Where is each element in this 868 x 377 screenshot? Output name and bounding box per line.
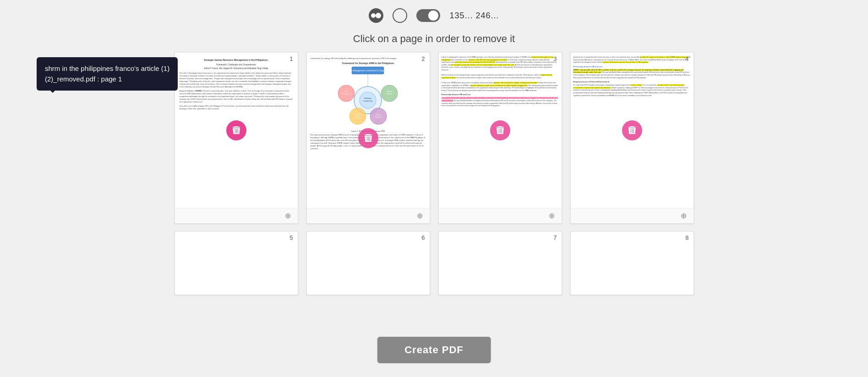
- page-2-footer: ⊕: [307, 208, 430, 223]
- svg-text:Top Management commitment & Su: Top Management commitment & Support: [349, 70, 387, 72]
- svg-text:Leadership: Leadership: [363, 100, 373, 102]
- diagram-svg: Top Management commitment & Support Stra…: [333, 66, 404, 130]
- svg-text:HR: HR: [345, 91, 348, 92]
- toggle-switch[interactable]: [416, 9, 440, 22]
- radio-button-2[interactable]: [393, 8, 407, 23]
- page-1[interactable]: 1 Strategic Human Resource Management in…: [175, 52, 298, 224]
- svg-text:Human: Human: [376, 114, 381, 116]
- page-7[interactable]: 7: [438, 231, 562, 295]
- svg-text:Competence: Competence: [342, 93, 351, 95]
- page-4-number: 4: [685, 55, 688, 62]
- svg-text:Strategic: Strategic: [364, 97, 371, 99]
- trash-icon: [231, 125, 242, 136]
- page-4-thumbnail: 4 pay lip service to saying that their h…: [571, 53, 693, 208]
- toolbar: 135... 246...: [0, 0, 868, 27]
- page-1-zoom[interactable]: ⊕: [285, 211, 294, 221]
- page-3-number: 3: [553, 55, 557, 62]
- toolbar-numbers: 135... 246...: [449, 11, 499, 21]
- page-2[interactable]: 2 a framework for strategic HR and ident…: [306, 52, 430, 224]
- pages-row-1: 1 Strategic Human Resource Management in…: [175, 52, 694, 224]
- trash-icon-2: [363, 133, 374, 144]
- page-6[interactable]: 6: [306, 231, 430, 295]
- page-3-thumbnail: 3 Indeed, in analyzing the experience of…: [439, 53, 562, 208]
- page-1-content: Strategic Human Resource Management in t…: [175, 53, 298, 116]
- page-4-content: pay lip service to saying that their hum…: [571, 53, 693, 101]
- page-1-footer: ⊕: [175, 208, 298, 223]
- page-4[interactable]: 4 pay lip service to saying that their h…: [570, 52, 694, 224]
- svg-text:Support: Support: [387, 93, 392, 95]
- page-3-content: Indeed, in analyzing the experience of t…: [439, 53, 562, 111]
- svg-text:Resources: Resources: [375, 116, 382, 118]
- page-7-number: 7: [553, 234, 557, 241]
- page-2-zoom[interactable]: ⊕: [417, 211, 426, 221]
- pages-container: 1 Strategic Human Resource Management in…: [0, 52, 868, 302]
- svg-text:Tactical: Tactical: [387, 91, 392, 92]
- page-5[interactable]: 5: [175, 231, 298, 295]
- trash-icon-4: [627, 125, 638, 136]
- page-1-thumbnail: 1 Strategic Human Resource Management in…: [175, 53, 298, 208]
- svg-text:Business: Business: [355, 114, 361, 116]
- trash-icon-3: [495, 125, 506, 136]
- page-8-number: 8: [685, 234, 688, 241]
- page-8[interactable]: 8: [570, 231, 694, 295]
- page-3[interactable]: 3 Indeed, in analyzing the experience of…: [438, 52, 562, 224]
- page-1-delete-btn[interactable]: [226, 120, 246, 140]
- page-2-delete-btn[interactable]: [358, 128, 378, 148]
- page-3-footer: ⊕: [439, 208, 562, 223]
- page-4-zoom[interactable]: ⊕: [681, 211, 690, 221]
- page-3-delete-btn[interactable]: [490, 120, 510, 140]
- page-1-number: 1: [289, 55, 293, 62]
- radio-button-1[interactable]: [369, 8, 383, 23]
- page-4-delete-btn[interactable]: [622, 120, 642, 140]
- svg-text:Partner: Partner: [355, 116, 360, 118]
- page-5-number: 5: [289, 234, 293, 241]
- page-2-thumbnail: 2 a framework for strategic HR and ident…: [307, 53, 430, 208]
- instruction-text: Click on a page in order to remove it: [0, 27, 868, 52]
- page-6-number: 6: [421, 234, 425, 241]
- page-3-zoom[interactable]: ⊕: [549, 211, 558, 221]
- page-2-number: 2: [421, 55, 425, 62]
- pages-row-2: 5 6 7 8: [175, 231, 694, 295]
- page-4-footer: ⊕: [571, 208, 693, 223]
- create-pdf-button[interactable]: Create PDF: [377, 337, 491, 363]
